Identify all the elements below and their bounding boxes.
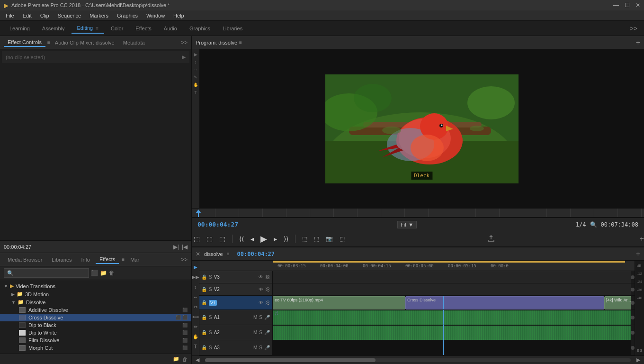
tab-media-browser[interactable]: Media Browser — [4, 256, 46, 264]
effect-item-morph-cut[interactable]: Morph Cut ⬛ — [0, 344, 191, 352]
delete-bottom-icon[interactable]: 🗑 — [182, 356, 188, 362]
export-frame-button[interactable]: 📷 — [324, 235, 335, 243]
tree-folder-video-transitions[interactable]: ▼ ▶ Video Transitions — [0, 282, 191, 290]
menu-markers[interactable]: Markers — [86, 12, 112, 19]
tab-metadata[interactable]: Metadata — [119, 39, 149, 46]
track-link-v3-icon[interactable]: ⛓ — [265, 274, 270, 280]
fit-selector[interactable]: Fit ▼ — [397, 221, 417, 228]
track-content-v3[interactable] — [273, 271, 631, 283]
mark-out-button[interactable]: ⬚ — [205, 234, 215, 244]
track-eye-v2-icon[interactable]: 👁 — [258, 286, 264, 292]
timeline-add-button[interactable]: + — [636, 250, 640, 258]
zoom-icon[interactable]: 🔍 — [590, 221, 597, 228]
tab-audio-clip-mixer[interactable]: Audio Clip Mixer: dissolve — [51, 39, 118, 46]
set-out-icon[interactable]: |◀ — [182, 244, 188, 250]
slip-tool-icon[interactable]: ⟺ — [192, 313, 200, 320]
minimize-button[interactable]: — — [613, 2, 619, 9]
razor-tool-icon[interactable]: ✂ — [193, 303, 198, 310]
monitor-menu-icon[interactable]: ≡ — [239, 40, 242, 45]
track-link-v1-icon[interactable]: ⛓ — [265, 300, 270, 306]
track-content-v2[interactable] — [273, 283, 631, 295]
effect-item-dip-to-black[interactable]: Dip to Black ⬛ — [0, 321, 191, 329]
audio-clip-a2[interactable] — [273, 326, 631, 340]
monitor-tool5-icon[interactable]: ✋ — [193, 82, 198, 87]
clip-v1-second[interactable]: [4k] Wild Ar... 📷 — [604, 296, 631, 309]
track-solo-a1-icon[interactable]: S — [259, 314, 263, 320]
tab-assembly[interactable]: Assembly — [36, 24, 71, 33]
timeline-scrollbar-thumb[interactable] — [205, 358, 376, 362]
sync-v3-icon[interactable]: S — [209, 274, 212, 280]
clip-v1-first[interactable]: eo TV 60fps (2160p).mp4 — [273, 296, 405, 309]
ripple-tool-icon[interactable]: ↕ — [193, 283, 197, 291]
pen-tool-icon[interactable]: ✏ — [193, 323, 198, 330]
tab-editing[interactable]: Editing ≡ — [72, 23, 105, 34]
insert-button[interactable]: ⬚ — [300, 235, 309, 243]
sync-v1-icon[interactable]: V1 — [209, 300, 217, 306]
track-content-a1[interactable]: 🎵 — [273, 310, 631, 325]
menu-window[interactable]: Window — [143, 12, 169, 19]
add-marker-button[interactable]: ⬚ — [217, 234, 227, 244]
monitor-export-icon[interactable] — [487, 235, 499, 243]
tab-info[interactable]: Info — [78, 256, 94, 264]
monitor-tool4-icon[interactable]: ✎ — [194, 75, 197, 80]
tab-audio[interactable]: Audio — [158, 24, 183, 33]
sync-a1-icon[interactable]: S — [209, 315, 212, 320]
tree-subfolder-3d-motion[interactable]: ▶ 📁 3D Motion — [0, 290, 191, 298]
timeline-menu-icon[interactable]: ≡ — [227, 251, 230, 256]
tab-libraries[interactable]: Libraries — [217, 24, 248, 33]
hand-tool-icon[interactable]: ✋ — [192, 333, 199, 340]
tree-subfolder-dissolve[interactable]: ▼ 📁 Dissolve — [0, 298, 191, 306]
lock-v1-icon[interactable]: 🔒 — [201, 300, 207, 305]
tab-learning[interactable]: Learning — [4, 24, 36, 33]
lock-a2-icon[interactable]: 🔒 — [201, 330, 207, 335]
track-mute-a2-icon[interactable]: M — [253, 329, 258, 336]
track-mute-a1-icon[interactable]: M — [253, 314, 258, 320]
menu-graphics[interactable]: Graphics — [113, 12, 142, 19]
type-tool-icon[interactable]: T — [193, 343, 197, 350]
close-button[interactable]: ✕ — [635, 2, 640, 9]
multi-cam-button[interactable]: ⬚ — [338, 235, 347, 243]
panel-more-icon[interactable]: >> — [181, 39, 188, 46]
monitor-tool2-icon[interactable]: ↕ — [195, 60, 197, 64]
sync-a2-icon[interactable]: S — [209, 330, 212, 335]
tab-effects-ws[interactable]: Effects — [130, 24, 157, 33]
tab-graphics[interactable]: Graphics — [184, 24, 216, 33]
maximize-button[interactable]: ☐ — [625, 2, 630, 9]
clip-cross-dissolve[interactable]: Cross Dissolve — [405, 296, 604, 309]
overwrite-button[interactable]: ⬚ — [312, 235, 321, 243]
track-select-tool-icon[interactable]: ▶▶ — [192, 273, 200, 281]
monitor-tool3-icon[interactable]: ↔ — [194, 67, 198, 72]
track-mic-a3-icon[interactable]: 🎤 — [264, 345, 270, 351]
track-eye-v3-icon[interactable]: 👁 — [258, 274, 264, 280]
effect-item-additive-dissolve[interactable]: Additive Dissolve ⬛ — [0, 306, 191, 314]
workspace-more-button[interactable]: >> — [627, 25, 640, 32]
tab-color[interactable]: Color — [105, 24, 129, 33]
menu-sequence[interactable]: Sequence — [54, 12, 85, 19]
new-folder-icon[interactable]: 📁 — [100, 270, 107, 276]
monitor-current-timecode[interactable]: 00:00:04:27 — [197, 221, 238, 228]
track-solo-a3-icon[interactable]: S — [259, 345, 263, 351]
timeline-scroll-right-icon[interactable]: ▶ — [636, 357, 640, 363]
lock-v2-icon[interactable]: 🔒 — [201, 287, 207, 292]
step-forward-button[interactable]: ▸ — [272, 234, 279, 244]
timeline-close-button[interactable]: ✕ — [196, 251, 200, 257]
new-bin-bottom-icon[interactable]: 📁 — [173, 356, 179, 362]
track-mute-a3-icon[interactable]: M — [253, 345, 258, 351]
tab-effect-controls[interactable]: Effect Controls — [4, 38, 45, 47]
go-to-out-button[interactable]: ⟩⟩ — [282, 234, 290, 244]
track-eye-v1-icon[interactable]: 👁 — [258, 300, 264, 306]
menu-file[interactable]: File — [2, 12, 18, 19]
rolling-tool-icon[interactable]: ↔ — [192, 293, 199, 300]
effects-menu-icon[interactable]: ≡ — [122, 257, 125, 262]
sync-v2-icon[interactable]: S — [209, 287, 212, 292]
effects-search-input[interactable] — [4, 268, 89, 278]
sync-a3-icon[interactable]: S — [209, 345, 212, 350]
effect-controls-menu-icon[interactable]: ≡ — [47, 40, 50, 45]
mark-in-button[interactable]: ⬚ — [192, 234, 202, 244]
track-content-a2[interactable] — [273, 325, 631, 340]
tab-libraries-panel[interactable]: Libraries — [48, 256, 75, 264]
tab-mar[interactable]: Mar — [126, 256, 143, 264]
track-mic-a1-icon[interactable]: 🎤 — [264, 314, 270, 320]
step-back-button[interactable]: ◂ — [249, 234, 256, 244]
timeline-scroll-left-icon[interactable]: ◀ — [196, 357, 199, 363]
